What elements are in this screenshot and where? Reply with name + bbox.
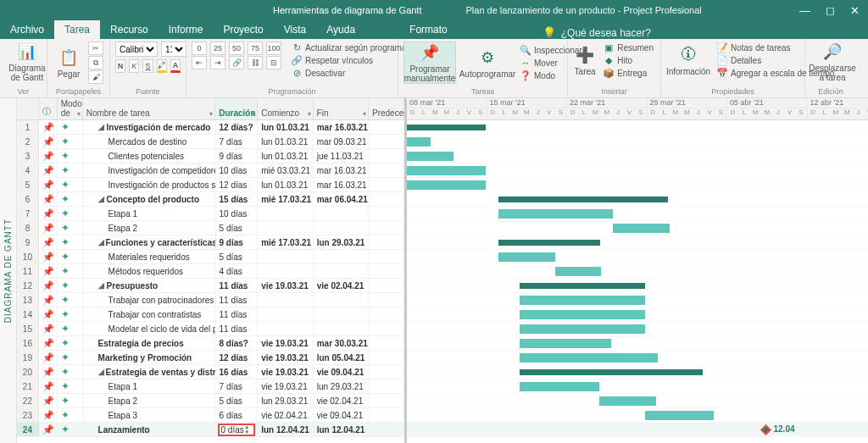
- cell-duration[interactable]: 12 días?: [216, 120, 259, 134]
- cell-mode[interactable]: ✦: [58, 394, 83, 407]
- cell-rownum[interactable]: 20: [17, 365, 39, 379]
- cell-rownum[interactable]: 2: [17, 135, 39, 148]
- tab-proyecto[interactable]: Proyecto: [213, 20, 273, 39]
- cell-pred[interactable]: [369, 235, 404, 249]
- gantt-row[interactable]: [407, 379, 868, 394]
- cell-name[interactable]: Clientes potenciales: [83, 149, 216, 163]
- cell-mode[interactable]: ✦: [58, 307, 83, 321]
- tab-ayuda[interactable]: Ayuda: [316, 20, 365, 39]
- cell-duration[interactable]: 11 días: [216, 279, 259, 292]
- cell-name[interactable]: Etapa 2: [83, 394, 216, 407]
- cell-start[interactable]: lun 12.04.21: [258, 423, 314, 436]
- cell-name[interactable]: ◢Estrategia de ventas y distribución: [83, 365, 216, 379]
- copy-button[interactable]: ⧉: [88, 56, 103, 69]
- cell-mode[interactable]: ✦: [58, 322, 83, 335]
- cell-pred[interactable]: [369, 279, 404, 292]
- table-row[interactable]: 16 📌 ✦ Estrategia de precios 8 días? vie…: [17, 336, 404, 351]
- cell-pred[interactable]: [369, 379, 404, 393]
- task-bar[interactable]: [613, 224, 670, 233]
- cell-duration[interactable]: 12 días: [216, 178, 259, 191]
- gantt-row[interactable]: [407, 221, 868, 235]
- cell-duration[interactable]: 5 días: [216, 394, 259, 407]
- cell-duration[interactable]: 9 días: [216, 235, 259, 249]
- pct50-button[interactable]: 50: [229, 42, 244, 55]
- cell-name[interactable]: Estrategia de precios: [83, 336, 216, 350]
- font-size-select[interactable]: 11: [161, 42, 186, 57]
- cell-pred[interactable]: [369, 163, 404, 177]
- cell-duration[interactable]: 5 días: [216, 221, 259, 235]
- pct100-button[interactable]: 100: [266, 42, 281, 55]
- cell-finish[interactable]: [314, 221, 370, 235]
- minimize-icon[interactable]: —: [799, 4, 810, 17]
- cell-duration[interactable]: 7 días: [216, 379, 259, 393]
- auto-schedule-button[interactable]: ⚙Autoprogramar: [461, 47, 514, 79]
- cell-start[interactable]: lun 01.03.21: [258, 120, 314, 134]
- cell-finish[interactable]: vie 09.04.21: [314, 408, 370, 422]
- font-color-button[interactable]: A: [170, 59, 181, 73]
- cell-mode[interactable]: ✦: [58, 336, 83, 350]
- unlink-button[interactable]: ⛓: [248, 56, 263, 69]
- table-row[interactable]: 12 📌 ✦ ◢Presupuesto 11 días vie 19.03.21…: [17, 279, 404, 293]
- cell-pred[interactable]: [369, 221, 404, 235]
- cell-rownum[interactable]: 6: [17, 192, 39, 206]
- cell-pred[interactable]: [369, 264, 404, 278]
- summary-bar[interactable]: [498, 240, 600, 246]
- gantt-row[interactable]: [407, 394, 868, 408]
- cell-start[interactable]: [258, 250, 314, 263]
- table-row[interactable]: 2 📌 ✦ Mercados de destino 7 días lun 01.…: [17, 135, 404, 149]
- cell-name[interactable]: ◢Concepto del producto: [83, 192, 216, 206]
- table-row[interactable]: 11 📌 ✦ Métodos requeridos 4 días: [17, 264, 404, 279]
- cell-duration[interactable]: 6 días: [216, 408, 259, 422]
- cell-start[interactable]: [258, 221, 314, 235]
- table-row[interactable]: 24 📌 ✦ Lanzamiento 0 días▲▼ lun 12.04.21…: [17, 423, 404, 437]
- collapse-icon[interactable]: ◢: [98, 195, 105, 203]
- cell-mode[interactable]: ✦: [58, 423, 83, 436]
- cell-pred[interactable]: [369, 423, 404, 436]
- table-row[interactable]: 10 📌 ✦ Materiales requeridos 5 días: [17, 250, 404, 264]
- cell-rownum[interactable]: 19: [17, 351, 39, 364]
- cell-start[interactable]: vie 19.03.21: [258, 336, 314, 350]
- cell-mode[interactable]: ✦: [58, 207, 83, 220]
- cell-finish[interactable]: vie 02.04.21: [314, 394, 370, 407]
- cell-rownum[interactable]: 16: [17, 336, 39, 350]
- cell-rownum[interactable]: 24: [17, 423, 39, 436]
- task-bar[interactable]: [520, 353, 658, 363]
- col-rownum[interactable]: [17, 98, 39, 119]
- collapse-icon[interactable]: ◢: [98, 238, 104, 246]
- gantt-row[interactable]: [407, 279, 868, 293]
- task-bar[interactable]: [520, 324, 645, 334]
- gantt-row[interactable]: [407, 207, 868, 221]
- table-row[interactable]: 1 📌 ✦ ◢Investigación de mercado 12 días?…: [17, 120, 404, 135]
- summary-bar[interactable]: [520, 369, 703, 375]
- close-icon[interactable]: ✕: [850, 4, 860, 17]
- cell-rownum[interactable]: 12: [17, 279, 39, 292]
- cell-finish[interactable]: mar 16.03.21: [314, 163, 370, 177]
- gantt-row[interactable]: [407, 192, 868, 207]
- cell-mode[interactable]: ✦: [58, 293, 83, 307]
- cell-name[interactable]: Investigación de competidores: [83, 163, 216, 177]
- cell-finish[interactable]: [314, 250, 370, 263]
- task-bar[interactable]: [520, 310, 645, 319]
- cell-mode[interactable]: ✦: [58, 120, 83, 134]
- paste-button[interactable]: 📋 Pegar: [53, 47, 85, 79]
- cell-name[interactable]: Etapa 1: [83, 207, 216, 220]
- cell-mode[interactable]: ✦: [58, 235, 83, 249]
- font-name-select[interactable]: Calibri: [115, 42, 158, 57]
- table-row[interactable]: 22 📌 ✦ Etapa 2 5 días lun 29.03.21 vie 0…: [17, 394, 404, 408]
- cell-start[interactable]: vie 19.03.21: [258, 379, 314, 393]
- tab-formato[interactable]: Formato: [399, 20, 458, 39]
- task-bar[interactable]: [520, 382, 599, 391]
- cell-duration[interactable]: 10 días: [216, 163, 259, 177]
- spinner-icon[interactable]: ▲▼: [244, 425, 253, 435]
- cell-name[interactable]: Mercados de destino: [83, 135, 216, 148]
- table-row[interactable]: 14 📌 ✦ Trabajar con contratistas 11 días: [17, 307, 404, 322]
- cell-name[interactable]: Trabajar con patrocinadores: [83, 293, 216, 307]
- table-row[interactable]: 15 📌 ✦ Modelar el ciclo de vida del prod…: [17, 322, 404, 336]
- cell-start[interactable]: [258, 207, 314, 220]
- col-name[interactable]: Nombre de tarea▾: [83, 98, 215, 119]
- cell-rownum[interactable]: 5: [17, 178, 39, 191]
- cell-pred[interactable]: [369, 135, 404, 148]
- col-finish[interactable]: Fin▾: [314, 98, 369, 119]
- cell-pred[interactable]: [369, 322, 404, 335]
- cell-start[interactable]: mié 17.03.21: [258, 235, 314, 249]
